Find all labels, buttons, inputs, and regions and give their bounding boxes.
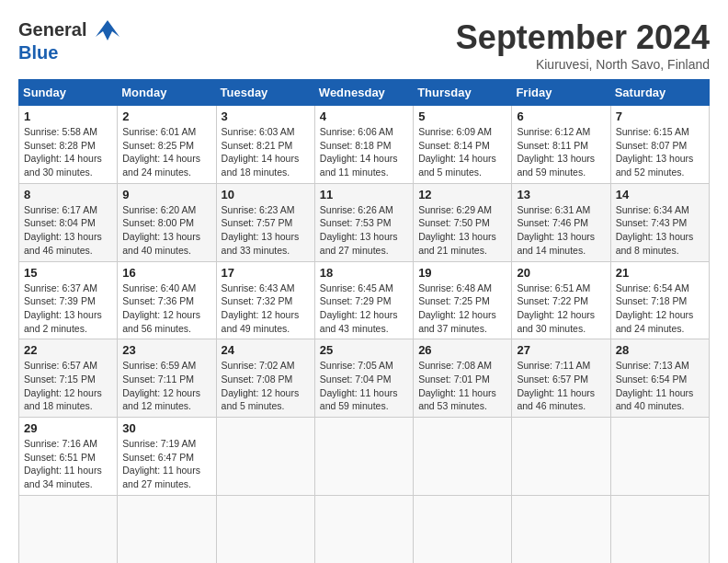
- day-info: Sunrise: 6:34 AMSunset: 7:43 PMDaylight:…: [616, 203, 704, 258]
- day-number: 11: [320, 188, 408, 201]
- day-info: Sunrise: 6:43 AMSunset: 7:32 PMDaylight:…: [222, 282, 310, 336]
- day-info: Sunrise: 7:08 AMSunset: 7:01 PMDaylight:…: [418, 359, 506, 413]
- calendar-cell: 30Sunrise: 7:19 AMSunset: 6:47 PMDayligh…: [118, 418, 216, 496]
- weekday-header: Friday: [512, 80, 610, 106]
- day-info: Sunrise: 6:03 AMSunset: 8:21 PMDaylight:…: [222, 125, 310, 179]
- calendar-cell: 16Sunrise: 6:40 AMSunset: 7:36 PMDayligh…: [118, 261, 216, 339]
- day-number: 24: [222, 343, 310, 357]
- day-info: Sunrise: 7:19 AMSunset: 6:47 PMDaylight:…: [122, 437, 210, 491]
- month-year-title: September 2024: [456, 18, 710, 57]
- calendar-cell: [314, 418, 413, 496]
- calendar-week-row: 29Sunrise: 7:16 AMSunset: 6:51 PMDayligh…: [19, 418, 710, 496]
- calendar-cell: [414, 495, 512, 563]
- calendar-cell: [512, 495, 610, 563]
- calendar-cell: 22Sunrise: 6:57 AMSunset: 7:15 PMDayligh…: [19, 339, 118, 418]
- day-number: 19: [418, 266, 506, 280]
- day-info: Sunrise: 6:54 AMSunset: 7:18 PMDaylight:…: [616, 282, 704, 336]
- weekday-header-row: SundayMondayTuesdayWednesdayThursdayFrid…: [19, 80, 710, 106]
- day-info: Sunrise: 5:58 AMSunset: 8:28 PMDaylight:…: [24, 125, 112, 179]
- day-info: Sunrise: 6:37 AMSunset: 7:39 PMDaylight:…: [24, 282, 112, 336]
- day-number: 17: [222, 266, 310, 280]
- calendar-cell: 9Sunrise: 6:20 AMSunset: 8:00 PMDaylight…: [118, 183, 216, 261]
- day-info: Sunrise: 6:45 AMSunset: 7:29 PMDaylight:…: [320, 282, 408, 336]
- day-info: Sunrise: 6:57 AMSunset: 7:15 PMDaylight:…: [24, 359, 112, 413]
- day-number: 21: [616, 266, 704, 280]
- calendar-cell: [19, 495, 118, 563]
- day-info: Sunrise: 6:51 AMSunset: 7:22 PMDaylight:…: [517, 282, 605, 336]
- calendar-cell: 24Sunrise: 7:02 AMSunset: 7:08 PMDayligh…: [216, 339, 314, 418]
- calendar-cell: [512, 418, 610, 496]
- calendar-week-row: 8Sunrise: 6:17 AMSunset: 8:04 PMDaylight…: [19, 183, 710, 261]
- calendar-cell: 28Sunrise: 7:13 AMSunset: 6:54 PMDayligh…: [610, 339, 709, 418]
- day-info: Sunrise: 6:59 AMSunset: 7:11 PMDaylight:…: [122, 359, 210, 413]
- calendar-cell: 11Sunrise: 6:26 AMSunset: 7:53 PMDayligh…: [314, 183, 413, 261]
- weekday-header: Wednesday: [314, 80, 413, 106]
- calendar-cell: 10Sunrise: 6:23 AMSunset: 7:57 PMDayligh…: [216, 183, 314, 261]
- weekday-header: Thursday: [414, 80, 512, 106]
- day-info: Sunrise: 7:16 AMSunset: 6:51 PMDaylight:…: [24, 437, 112, 491]
- calendar-cell: [216, 495, 314, 563]
- day-info: Sunrise: 6:09 AMSunset: 8:14 PMDaylight:…: [418, 125, 506, 179]
- calendar-cell: 23Sunrise: 6:59 AMSunset: 7:11 PMDayligh…: [118, 339, 216, 418]
- weekday-header: Saturday: [610, 80, 709, 106]
- calendar-table: SundayMondayTuesdayWednesdayThursdayFrid…: [18, 79, 710, 563]
- day-number: 13: [517, 188, 605, 201]
- calendar-cell: 5Sunrise: 6:09 AMSunset: 8:14 PMDaylight…: [414, 106, 512, 184]
- day-info: Sunrise: 6:15 AMSunset: 8:07 PMDaylight:…: [616, 125, 704, 179]
- calendar-cell: 14Sunrise: 6:34 AMSunset: 7:43 PMDayligh…: [610, 183, 709, 261]
- day-info: Sunrise: 7:05 AMSunset: 7:04 PMDaylight:…: [320, 359, 408, 413]
- weekday-header: Sunday: [19, 80, 118, 106]
- weekday-header: Monday: [118, 80, 216, 106]
- calendar-cell: [414, 418, 512, 496]
- calendar-week-row: [19, 495, 710, 563]
- location-subtitle: Kiuruvesi, North Savo, Finland: [456, 57, 710, 72]
- calendar-cell: 13Sunrise: 6:31 AMSunset: 7:46 PMDayligh…: [512, 183, 610, 261]
- day-number: 4: [320, 109, 408, 123]
- calendar-cell: 2Sunrise: 6:01 AMSunset: 8:25 PMDaylight…: [118, 106, 216, 184]
- day-number: 1: [24, 109, 112, 123]
- logo: General Blue: [18, 18, 121, 63]
- day-info: Sunrise: 6:23 AMSunset: 7:57 PMDaylight:…: [222, 203, 310, 258]
- day-number: 29: [24, 421, 112, 435]
- calendar-week-row: 22Sunrise: 6:57 AMSunset: 7:15 PMDayligh…: [19, 339, 710, 418]
- calendar-cell: 15Sunrise: 6:37 AMSunset: 7:39 PMDayligh…: [19, 261, 118, 339]
- day-info: Sunrise: 6:12 AMSunset: 8:11 PMDaylight:…: [517, 125, 605, 179]
- day-info: Sunrise: 6:40 AMSunset: 7:36 PMDaylight:…: [122, 282, 210, 336]
- day-number: 22: [24, 343, 112, 357]
- calendar-cell: 25Sunrise: 7:05 AMSunset: 7:04 PMDayligh…: [314, 339, 413, 418]
- logo-blue: Blue: [18, 42, 121, 63]
- day-info: Sunrise: 6:01 AMSunset: 8:25 PMDaylight:…: [122, 125, 210, 179]
- calendar-cell: 8Sunrise: 6:17 AMSunset: 8:04 PMDaylight…: [19, 183, 118, 261]
- calendar-cell: [118, 495, 216, 563]
- day-info: Sunrise: 6:29 AMSunset: 7:50 PMDaylight:…: [418, 203, 506, 258]
- calendar-cell: 21Sunrise: 6:54 AMSunset: 7:18 PMDayligh…: [610, 261, 709, 339]
- calendar-cell: 19Sunrise: 6:48 AMSunset: 7:25 PMDayligh…: [414, 261, 512, 339]
- day-info: Sunrise: 7:11 AMSunset: 6:57 PMDaylight:…: [517, 359, 605, 413]
- day-number: 18: [320, 266, 408, 280]
- calendar-cell: [216, 418, 314, 496]
- calendar-cell: 29Sunrise: 7:16 AMSunset: 6:51 PMDayligh…: [19, 418, 118, 496]
- day-number: 3: [222, 109, 310, 123]
- calendar-cell: [610, 495, 709, 563]
- day-info: Sunrise: 6:17 AMSunset: 8:04 PMDaylight:…: [24, 203, 112, 258]
- day-info: Sunrise: 6:48 AMSunset: 7:25 PMDaylight:…: [418, 282, 506, 336]
- calendar-cell: 1Sunrise: 5:58 AMSunset: 8:28 PMDaylight…: [19, 106, 118, 184]
- calendar-cell: 7Sunrise: 6:15 AMSunset: 8:07 PMDaylight…: [610, 106, 709, 184]
- day-number: 10: [222, 188, 310, 201]
- calendar-cell: 6Sunrise: 6:12 AMSunset: 8:11 PMDaylight…: [512, 106, 610, 184]
- title-block: September 2024 Kiuruvesi, North Savo, Fi…: [456, 18, 710, 72]
- day-number: 8: [24, 188, 112, 201]
- day-number: 26: [418, 343, 506, 357]
- calendar-week-row: 15Sunrise: 6:37 AMSunset: 7:39 PMDayligh…: [19, 261, 710, 339]
- day-number: 30: [122, 421, 210, 435]
- calendar-cell: 3Sunrise: 6:03 AMSunset: 8:21 PMDaylight…: [216, 106, 314, 184]
- day-number: 6: [517, 109, 605, 123]
- weekday-header: Tuesday: [216, 80, 314, 106]
- calendar-cell: 12Sunrise: 6:29 AMSunset: 7:50 PMDayligh…: [414, 183, 512, 261]
- day-number: 12: [418, 188, 506, 201]
- day-number: 14: [616, 188, 704, 201]
- calendar-cell: [314, 495, 413, 563]
- day-number: 16: [122, 266, 210, 280]
- day-info: Sunrise: 7:02 AMSunset: 7:08 PMDaylight:…: [222, 359, 310, 413]
- day-number: 15: [24, 266, 112, 280]
